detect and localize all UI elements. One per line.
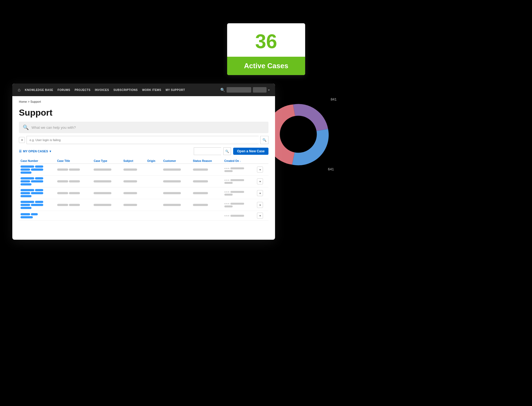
cell-created-on: ●/●/● (223, 199, 256, 211)
cell-subject (122, 187, 146, 199)
my-open-cases-button[interactable]: ☰ MY OPEN CASES ▾ (19, 150, 51, 153)
col-case-number: Case Number (19, 158, 56, 164)
nav-item-forums[interactable]: FORUMS (57, 88, 70, 92)
table-header-row: Case Number Case Title Case Type Subject… (19, 158, 268, 164)
col-status-reason: Status Reason (191, 158, 223, 164)
breadcrumb-home[interactable]: Home (19, 100, 27, 103)
active-cases-card: 36 Active Cases (227, 23, 305, 75)
donut-label-841: 841 (331, 97, 337, 101)
cell-case-number (19, 187, 56, 199)
cell-origin (146, 211, 161, 221)
home-icon[interactable]: ⌂ (18, 87, 21, 92)
row-dropdown-button[interactable]: ▾ (257, 202, 263, 208)
table-body: ●/●/● ▾ (19, 164, 268, 221)
active-cases-label-bar: Active Cases (227, 57, 305, 75)
breadcrumb: Home > Support (19, 100, 268, 103)
col-customer: Customer (161, 158, 191, 164)
cell-status-reason (191, 176, 223, 187)
cell-origin (146, 187, 161, 199)
cell-customer (161, 199, 191, 211)
cell-status-reason (191, 211, 223, 221)
filter-search-button[interactable]: 🔍 (260, 136, 268, 144)
cell-created-on: ●/●/● (223, 164, 256, 176)
my-open-cases-label: MY OPEN CASES (23, 150, 48, 153)
table-row: ●/●/● ▾ (19, 164, 268, 176)
cell-customer (161, 176, 191, 187)
toolbar-right: 🔍 Open a New Case (194, 147, 268, 155)
cell-subject (122, 199, 146, 211)
table-row: ●/●/● ▾ (19, 199, 268, 211)
cell-customer (161, 164, 191, 176)
table-row: ●/●/● ▾ (19, 187, 268, 199)
cell-subject (122, 164, 146, 176)
cell-created-on: ●/●/● (223, 211, 256, 221)
toolbar-search-input[interactable] (194, 147, 221, 155)
cell-dropdown: ▾ (255, 199, 268, 211)
cell-case-type (92, 176, 122, 187)
filter-input[interactable] (27, 136, 259, 144)
col-case-type: Case Type (92, 158, 122, 164)
toolbar-search-button[interactable]: 🔍 (223, 147, 231, 155)
cell-dropdown: ▾ (255, 211, 268, 221)
cell-case-title (56, 164, 92, 176)
cell-case-title (56, 176, 92, 187)
nav-search-area: 🔍 ▾ (220, 87, 270, 93)
cell-case-type (92, 211, 122, 221)
search-bar-large[interactable]: 🔍 What we can help you with? (19, 122, 268, 133)
nav-item-knowledge-base[interactable]: KNOWLEDGE BASE (25, 88, 53, 92)
cell-case-number (19, 211, 56, 221)
nav-user-bar (253, 87, 267, 93)
cell-case-type (92, 187, 122, 199)
breadcrumb-current: Support (30, 100, 41, 103)
table-header: Case Number Case Title Case Type Subject… (19, 158, 268, 164)
filter-bar: ✕ 🔍 (19, 136, 268, 144)
browser-window: ⌂ KNOWLEDGE BASE FORUMS PROJECTS INVOICE… (12, 84, 275, 240)
cell-status-reason (191, 164, 223, 176)
row-dropdown-button[interactable]: ▾ (257, 178, 263, 184)
row-dropdown-button[interactable]: ▾ (257, 190, 263, 196)
cases-table: Case Number Case Title Case Type Subject… (19, 158, 268, 221)
nav-dropdown-arrow[interactable]: ▾ (268, 88, 270, 92)
cell-case-title (56, 199, 92, 211)
cell-case-title (56, 211, 92, 221)
col-actions (255, 158, 268, 164)
col-origin: Origin (146, 158, 161, 164)
cell-customer (161, 187, 191, 199)
cell-dropdown: ▾ (255, 187, 268, 199)
cell-dropdown: ▾ (255, 164, 268, 176)
nav-item-projects[interactable]: PROJECTS (75, 88, 91, 92)
nav-item-work-items[interactable]: WORK ITEMS (142, 88, 161, 92)
page-title: Support (19, 108, 268, 118)
cell-case-number (19, 164, 56, 176)
nav-item-my-support[interactable]: MY SUPPORT (166, 88, 185, 92)
row-dropdown-button[interactable]: ▾ (257, 213, 263, 219)
cell-created-on: ●/●/● (223, 187, 256, 199)
cell-case-title (56, 187, 92, 199)
search-placeholder-text: What we can help you with? (31, 125, 76, 130)
sort-icon: ↓ (240, 160, 241, 162)
cell-subject (122, 211, 146, 221)
cell-case-number (19, 176, 56, 187)
nav-item-invoices[interactable]: INVOICES (95, 88, 109, 92)
donut-hole (280, 116, 317, 153)
open-new-case-button[interactable]: Open a New Case (233, 148, 268, 155)
nav-search-icon[interactable]: 🔍 (220, 88, 225, 92)
cell-dropdown: ▾ (255, 176, 268, 187)
cell-created-on: ●/●/● (223, 176, 256, 187)
my-open-cases-dropdown-arrow: ▾ (50, 150, 51, 153)
cell-status-reason (191, 187, 223, 199)
list-icon: ☰ (19, 150, 22, 153)
row-dropdown-button[interactable]: ▾ (257, 167, 263, 173)
nav-item-subscriptions[interactable]: SUBSCRIPTIONS (113, 88, 138, 92)
active-cases-label: Active Cases (233, 62, 300, 70)
table-row: ●/●/● ▾ (19, 211, 268, 221)
cell-case-type (92, 164, 122, 176)
cell-status-reason (191, 199, 223, 211)
col-created-on[interactable]: Created On ↓ (223, 158, 256, 164)
cell-origin (146, 199, 161, 211)
cell-subject (122, 176, 146, 187)
active-cases-number: 36 (227, 23, 305, 57)
navbar: ⌂ KNOWLEDGE BASE FORUMS PROJECTS INVOICE… (12, 84, 275, 96)
filter-clear-button[interactable]: ✕ (19, 137, 25, 143)
cell-customer (161, 211, 191, 221)
